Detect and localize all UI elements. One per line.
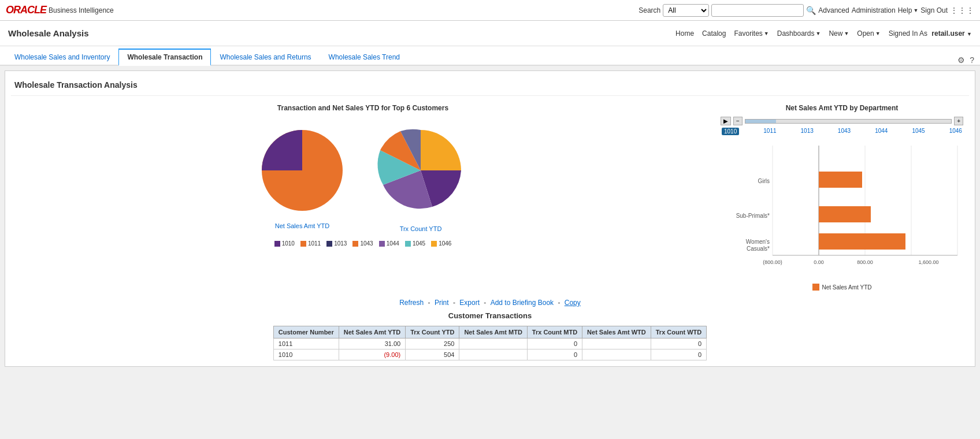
content-card: Wholesale Transaction Analysis Transacti… bbox=[5, 70, 975, 367]
tab-wholesale-sales-trend[interactable]: Wholesale Sales Trend bbox=[320, 49, 409, 65]
dashboards-arrow-icon: ▼ bbox=[815, 31, 821, 36]
cell-trx-ytd-1010: 504 bbox=[406, 349, 459, 360]
bar-subprimals bbox=[819, 206, 871, 222]
dashboards-dropdown[interactable]: Dashboards ▼ bbox=[777, 29, 821, 38]
app-title: Wholesale Analysis bbox=[8, 28, 89, 38]
signed-in-area: Signed In As retail.user ▼ bbox=[889, 29, 972, 38]
search-input[interactable] bbox=[711, 4, 804, 17]
open-label: Open bbox=[857, 29, 874, 38]
slider-plus-button[interactable]: + bbox=[954, 117, 963, 125]
pie1-wrapper: Net Sales Amt YTD bbox=[256, 124, 348, 229]
legend-swatch-1010 bbox=[274, 241, 280, 247]
cell-trx-wtd-1011: 0 bbox=[651, 338, 706, 349]
favorites-dropdown[interactable]: Favorites ▼ bbox=[734, 29, 769, 38]
pie-chart-title: Transaction and Net Sales YTD for Top 6 … bbox=[277, 104, 448, 112]
oracle-logo: ORACLE Business Intelligence bbox=[6, 4, 114, 16]
legend-swatch-1044 bbox=[379, 241, 385, 247]
settings-icon[interactable]: ⚙ bbox=[957, 55, 965, 65]
legend-label-1045: 1045 bbox=[413, 240, 425, 247]
slider-label-1045[interactable]: 1045 bbox=[912, 128, 925, 135]
slider-track[interactable] bbox=[745, 119, 952, 124]
table-row: 1011 31.00 250 0 0 bbox=[273, 338, 706, 349]
cell-net-sales-wtd-1010 bbox=[582, 349, 651, 360]
svg-text:Casuals*: Casuals* bbox=[747, 245, 770, 252]
administration-link[interactable]: Administration bbox=[852, 6, 896, 14]
legend-label-1011: 1011 bbox=[308, 240, 321, 247]
legend-label-1043: 1043 bbox=[360, 240, 373, 247]
search-button[interactable]: 🔍 bbox=[806, 6, 816, 15]
legend-row: 1010 1011 1013 1043 bbox=[274, 240, 452, 247]
legend-item-1046: 1046 bbox=[431, 240, 451, 247]
col-header-trx-count-ytd: Trx Count YTD bbox=[406, 326, 459, 338]
copy-link[interactable]: Copy bbox=[565, 299, 581, 307]
bar-womens-casuals bbox=[819, 233, 905, 250]
new-arrow-icon: ▼ bbox=[844, 31, 849, 36]
cell-net-sales-ytd-1010: (9.00) bbox=[339, 349, 405, 360]
signed-in-user[interactable]: retail.user bbox=[931, 29, 964, 38]
cell-net-sales-wtd-1011 bbox=[582, 338, 651, 349]
bar-chart-title: Net Sales Amt YTD by Department bbox=[721, 104, 963, 112]
tab-wholesale-sales-returns[interactable]: Wholesale Sales and Returns bbox=[211, 49, 320, 65]
legend-item-1044: 1044 bbox=[379, 240, 399, 247]
bar-label-womens: Women's bbox=[746, 239, 770, 245]
export-link[interactable]: Export bbox=[459, 299, 480, 307]
bar-legend-label: Net Sales Amt YTD bbox=[822, 284, 872, 291]
tab-wholesale-transaction[interactable]: Wholesale Transaction bbox=[118, 49, 211, 66]
slider-label-1013[interactable]: 1013 bbox=[801, 128, 814, 135]
legend-item-1010: 1010 bbox=[274, 240, 295, 247]
help-icon[interactable]: ? bbox=[970, 55, 974, 65]
home-nav-link[interactable]: Home bbox=[675, 29, 694, 38]
tab-wholesale-sales-inventory[interactable]: Wholesale Sales and Inventory bbox=[6, 49, 118, 65]
signed-in-arrow-icon: ▼ bbox=[967, 31, 972, 37]
slider-label-1043[interactable]: 1043 bbox=[838, 128, 851, 135]
tab-icons: ⚙ ? bbox=[957, 55, 974, 65]
dots-icon: ⋮⋮⋮ bbox=[950, 6, 974, 15]
legend-swatch-1045 bbox=[405, 241, 411, 247]
table-row: 1010 (9.00) 504 0 0 bbox=[273, 349, 706, 360]
cell-net-sales-mtd-1010 bbox=[459, 349, 527, 360]
col-header-net-sales-ytd: Net Sales Amt YTD bbox=[339, 326, 405, 338]
slider-minus-button[interactable]: − bbox=[733, 117, 743, 125]
svg-text:0.00: 0.00 bbox=[814, 259, 824, 265]
refresh-link[interactable]: Refresh bbox=[399, 299, 424, 307]
legend-swatch-1011 bbox=[300, 241, 306, 247]
legend-item-1011: 1011 bbox=[300, 240, 321, 247]
customer-table: Customer Number Net Sales Amt YTD Trx Co… bbox=[273, 326, 707, 360]
print-link[interactable]: Print bbox=[435, 299, 449, 307]
open-dropdown[interactable]: Open ▼ bbox=[857, 29, 880, 38]
favorites-arrow-icon: ▼ bbox=[764, 31, 769, 36]
signed-in-prefix: Signed In As bbox=[889, 29, 927, 38]
favorites-label: Favorites bbox=[734, 29, 762, 38]
customer-section: Customer Transactions Customer Number Ne… bbox=[11, 311, 969, 360]
catalog-nav-link[interactable]: Catalog bbox=[702, 29, 726, 38]
legend-swatch-1046 bbox=[431, 241, 437, 247]
slider-label-1011[interactable]: 1011 bbox=[763, 128, 776, 135]
search-dropdown[interactable]: All bbox=[663, 4, 709, 17]
pie2-label: Trx Count YTD bbox=[400, 225, 442, 232]
slider-play-button[interactable]: ▶ bbox=[721, 117, 731, 125]
pie2-chart bbox=[372, 121, 470, 220]
app-header: Wholesale Analysis Home Catalog Favorite… bbox=[0, 21, 980, 46]
slider-label-1046[interactable]: 1046 bbox=[949, 128, 962, 135]
new-dropdown[interactable]: New ▼ bbox=[829, 29, 849, 38]
add-briefing-link[interactable]: Add to Briefing Book bbox=[491, 299, 554, 307]
bar-section: Net Sales Amt YTD by Department ▶ − + 10… bbox=[721, 104, 963, 291]
pie2-wrapper: Trx Count YTD bbox=[372, 121, 470, 232]
col-header-trx-count-mtd: Trx Count MTD bbox=[527, 326, 582, 338]
slider-label-1044[interactable]: 1044 bbox=[875, 128, 888, 135]
charts-area: Transaction and Net Sales YTD for Top 6 … bbox=[11, 104, 969, 291]
slider-label-1010[interactable]: 1010 bbox=[722, 128, 739, 135]
bar-slider-row: ▶ − + bbox=[721, 117, 963, 125]
customer-section-title: Customer Transactions bbox=[11, 311, 969, 320]
bar-chart-svg: Girls Sub-Primals* Women's Casuals* (800… bbox=[721, 140, 963, 278]
col-header-customer-number: Customer Number bbox=[273, 326, 339, 338]
cell-trx-mtd-1011: 0 bbox=[527, 338, 582, 349]
advanced-link[interactable]: Advanced bbox=[818, 6, 849, 14]
new-label: New bbox=[829, 29, 842, 38]
sign-out-link[interactable]: Sign Out bbox=[920, 6, 948, 14]
col-header-net-sales-mtd: Net Sales Amt MTD bbox=[459, 326, 527, 338]
customer-table-wrapper: Customer Number Net Sales Amt YTD Trx Co… bbox=[11, 326, 969, 360]
col-header-trx-count-wtd: Trx Count WTD bbox=[651, 326, 706, 338]
help-dropdown[interactable]: Help ▼ bbox=[898, 6, 919, 14]
legend-item-1013: 1013 bbox=[326, 240, 347, 247]
